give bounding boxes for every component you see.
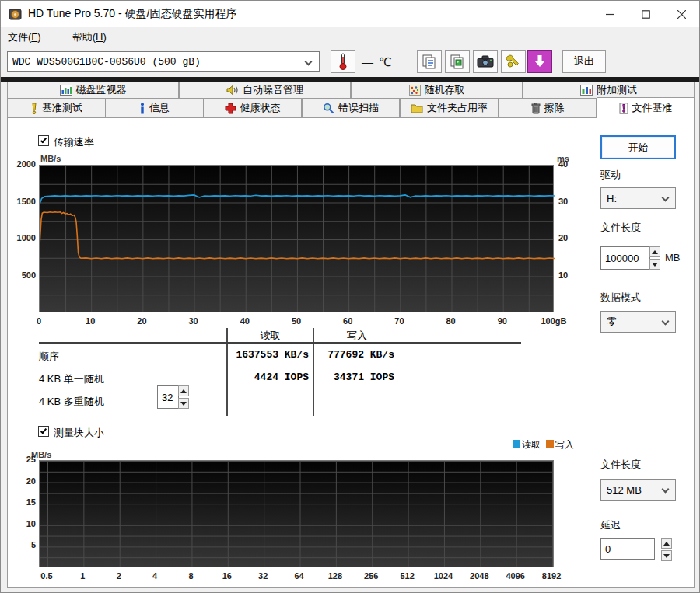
chevron-down-icon (662, 318, 670, 326)
drive-label: 驱动 (600, 168, 621, 182)
block-size-label: 测量块大小 (54, 426, 104, 440)
queue-depth-spinner[interactable] (178, 385, 189, 409)
maximize-button[interactable] (628, 1, 663, 27)
info-icon (139, 103, 145, 114)
x-tick: 2 (102, 571, 136, 581)
folder-icon (411, 103, 423, 113)
minimize-button[interactable] (592, 1, 628, 27)
table-header-read: 读取 (228, 329, 313, 343)
copy-image-icon (450, 54, 465, 69)
tab-noise-management[interactable]: 自动噪音管理 (179, 82, 351, 99)
file-benchmark-icon (619, 103, 628, 114)
tab-label: 基准测试 (42, 101, 82, 115)
tab-health[interactable]: 健康状态 (203, 99, 302, 117)
x-tick: 40 (228, 316, 262, 326)
tab-file-benchmark[interactable]: 文件基准 (597, 97, 695, 118)
y-tick-right: 20 (558, 233, 568, 242)
temperature-button[interactable] (331, 50, 355, 73)
chevron-down-icon (662, 486, 670, 494)
toolbar: WDC WDS500G1B0C-00S6U0 (500 gB) — ℃ (1, 47, 699, 77)
screenshot-button[interactable] (473, 50, 498, 73)
menu-bar: 文件(F) 帮助(H) (1, 27, 699, 47)
noise-management-icon (226, 85, 239, 96)
x-tick: 4 (138, 571, 172, 581)
x-tick: 1024 (426, 571, 460, 581)
y-tick: 10 (8, 519, 36, 528)
tab-error-scan[interactable]: 错误扫描 (302, 99, 400, 117)
legend-read-label: 读取 (522, 438, 541, 452)
title-bar: HD Tune Pro 5.70 - 硬盘/固态硬盘实用程序 (1, 1, 699, 27)
trash-icon (531, 103, 541, 114)
benchmark-icon (30, 103, 38, 114)
x-tick: 90 (485, 316, 520, 326)
tab-benchmark[interactable]: 基准测试 (7, 99, 106, 117)
file-length-input[interactable]: 100000 (600, 246, 650, 270)
x-tick: 64 (282, 571, 317, 581)
menu-help[interactable]: 帮助(H) (65, 28, 114, 47)
x-tick: 0.5 (30, 571, 64, 581)
copy-image-button[interactable] (445, 50, 470, 73)
file-length-spinner[interactable] (649, 246, 660, 270)
spin-up-icon[interactable] (661, 538, 672, 549)
series-写入 (40, 212, 555, 259)
tab-extra-tests[interactable]: 附加测试 (523, 82, 695, 99)
down-arrow-icon (534, 54, 546, 68)
spin-down-icon[interactable] (661, 550, 672, 561)
row-label-4k-single: 4 KB 单一随机 (39, 372, 104, 386)
drive-combo[interactable]: H: (600, 187, 676, 209)
app-disk-icon (9, 8, 22, 21)
thermometer-icon (338, 52, 348, 71)
options-button[interactable] (501, 50, 526, 73)
x-tick: 128 (318, 571, 352, 581)
transfer-rate-checkbox[interactable] (38, 135, 49, 146)
delay-input[interactable]: 0 (600, 538, 655, 560)
x-tick: 512 (390, 571, 425, 581)
block-file-length-combo[interactable]: 512 MB (600, 479, 676, 501)
spin-down-icon[interactable] (649, 259, 660, 270)
tab-disk-monitor[interactable]: 磁盘监视器 (7, 82, 179, 99)
x-tick: 60 (331, 316, 365, 326)
delay-spinner[interactable] (661, 538, 672, 561)
start-button[interactable]: 开始 (600, 135, 676, 159)
block-size-plot (39, 460, 554, 567)
temperature-unit: ℃ (379, 55, 392, 69)
transfer-rate-label: 传输速率 (54, 135, 94, 149)
block-size-checkbox[interactable] (38, 426, 49, 437)
close-button[interactable] (663, 1, 699, 27)
transfer-rate-plot (39, 165, 554, 312)
tab-random-access[interactable]: 随机存取 (351, 82, 523, 99)
queue-depth-input[interactable]: 32 (157, 385, 179, 409)
x-tick: 10 (73, 316, 107, 326)
4k-single-write-value: 34371 IOPS (314, 371, 394, 383)
exit-button[interactable]: 退出 (562, 50, 606, 73)
camera-icon (477, 54, 494, 68)
x-tick: 80 (434, 316, 468, 326)
y-tick: 15 (8, 497, 36, 507)
seq-read-value: 1637553 KB/s (163, 349, 309, 361)
delay-label: 延迟 (600, 518, 621, 532)
tab-label: 磁盘监视器 (76, 83, 127, 97)
tab-info[interactable]: 信息 (105, 99, 204, 117)
y-tick-left: 1500 (6, 197, 36, 206)
legend-read-swatch (513, 440, 520, 448)
data-mode-combo[interactable]: 零 (600, 311, 676, 333)
drive-select[interactable]: WDC WDS500G1B0C-00S6U0 (500 gB) (7, 51, 320, 72)
x-tick: 8 (173, 571, 208, 581)
download-button[interactable] (527, 50, 552, 73)
legend-write-swatch (546, 440, 554, 448)
spin-up-icon[interactable] (178, 385, 189, 396)
tab-folder-usage[interactable]: 文件夹占用率 (400, 99, 499, 117)
file-benchmark-panel: 传输速率 MB/s ms 200015001000500403020100102… (7, 117, 695, 588)
tab-label: 文件夹占用率 (427, 101, 488, 115)
legend-write-label: 写入 (555, 438, 574, 452)
tab-label: 信息 (149, 101, 170, 115)
tab-label: 错误扫描 (338, 101, 379, 115)
menu-file[interactable]: 文件(F) (1, 28, 48, 47)
copy-text-button[interactable] (417, 50, 442, 73)
tab-erase[interactable]: 擦除 (499, 99, 597, 117)
tab-label: 自动噪音管理 (243, 83, 303, 97)
x-tick: 0 (22, 316, 56, 326)
y-tick-right: 40 (558, 159, 568, 169)
spin-up-icon[interactable] (649, 246, 660, 257)
spin-down-icon[interactable] (178, 398, 189, 409)
